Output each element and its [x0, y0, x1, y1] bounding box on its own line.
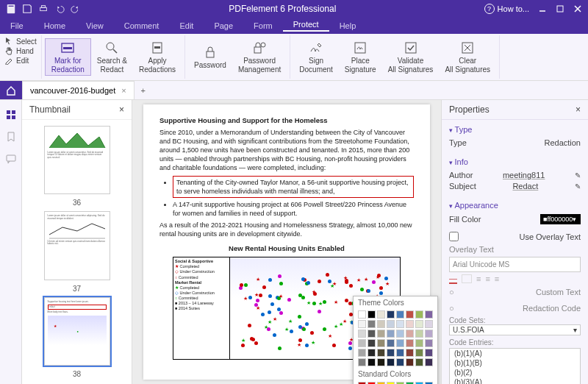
search-redact-button[interactable]: Search & Redact [91, 39, 133, 75]
print-icon[interactable] [38, 4, 49, 14]
color-swatch[interactable] [415, 358, 423, 366]
color-swatch[interactable] [358, 349, 366, 357]
color-swatch[interactable] [387, 330, 395, 338]
tool-edit[interactable]: Edit [4, 56, 37, 65]
tool-select[interactable]: Select [4, 37, 37, 46]
properties-close-icon[interactable]: × [576, 104, 581, 115]
color-swatch[interactable] [415, 349, 423, 357]
comment-icon[interactable] [5, 153, 17, 165]
color-swatch[interactable] [387, 310, 395, 319]
color-swatch[interactable] [377, 358, 385, 366]
color-swatch[interactable] [368, 330, 376, 338]
color-swatch[interactable] [415, 339, 423, 347]
color-swatch[interactable] [368, 349, 376, 357]
color-swatch[interactable] [415, 320, 423, 328]
code-sets-combo[interactable]: U.S.FOIA▾ [449, 324, 581, 335]
menu-page[interactable]: Page [204, 21, 243, 30]
fill-color-swatch[interactable]: ■ ff000000 ▾ [540, 214, 581, 224]
menu-view[interactable]: View [76, 21, 114, 30]
close-button[interactable] [570, 3, 585, 15]
color-swatch[interactable] [358, 320, 366, 328]
type-section-header[interactable]: Type [449, 123, 581, 136]
color-swatch[interactable] [425, 310, 433, 319]
sign-document-button[interactable]: Sign Document [293, 39, 339, 75]
color-swatch[interactable] [387, 320, 395, 328]
color-swatch[interactable] [415, 310, 423, 319]
document-tab[interactable]: vancouver-2016-budget × [22, 81, 135, 99]
color-swatch[interactable] [406, 320, 414, 328]
color-swatch[interactable] [387, 339, 395, 347]
code-entry[interactable]: (b)(1)(B) [450, 358, 580, 368]
password-management-button[interactable]: Password Management [232, 39, 287, 75]
thumbnail-page[interactable]: Lorem ipsum dolor sit amet consectetur a… [44, 211, 110, 280]
minimize-button[interactable] [535, 3, 550, 15]
undo-icon[interactable] [54, 4, 65, 14]
color-swatch[interactable] [358, 310, 366, 319]
color-swatch[interactable] [406, 349, 414, 357]
code-entry[interactable]: (b)(2) [450, 368, 580, 377]
color-swatch[interactable] [368, 358, 376, 366]
how-to-link[interactable]: How to... [484, 4, 535, 14]
code-entry[interactable]: (b)(1)(A) [450, 349, 580, 358]
author-field[interactable]: meeting811 [503, 171, 545, 179]
mark-for-redaction-button[interactable]: Mark for Redaction [45, 38, 91, 76]
color-swatch[interactable] [396, 339, 404, 347]
code-entries-list[interactable]: (b)(1)(A) (b)(1)(B) (b)(2) (b)(3)(A) [449, 348, 581, 384]
color-swatch[interactable] [368, 320, 376, 328]
color-swatch[interactable] [396, 330, 404, 338]
use-overlay-text-checkbox[interactable] [449, 232, 459, 241]
color-swatch[interactable] [425, 320, 433, 328]
menu-edit[interactable]: Edit [169, 21, 204, 30]
thumbnails-icon[interactable] [5, 109, 17, 121]
home-tab-button[interactable] [0, 81, 22, 99]
color-swatch[interactable] [377, 349, 385, 357]
menu-form[interactable]: Form [243, 21, 283, 30]
color-swatch[interactable] [415, 330, 423, 338]
color-swatch[interactable] [406, 339, 414, 347]
thumbnail-panel-close-icon[interactable]: × [119, 104, 124, 115]
thumbnail-page[interactable]: Supportive housing text here lorem ipsum… [44, 297, 110, 366]
color-swatch[interactable] [425, 330, 433, 338]
thumbnail-page[interactable]: Lorem ipsum dolor sit amet consectetur. … [44, 126, 110, 194]
maximize-button[interactable] [553, 3, 567, 15]
color-swatch[interactable] [425, 349, 433, 357]
menu-protect[interactable]: Protect [283, 20, 329, 32]
menu-file[interactable]: File [0, 21, 34, 30]
color-swatch[interactable] [377, 310, 385, 319]
menu-home[interactable]: Home [34, 21, 76, 30]
page-viewport[interactable]: Supportive Housing and Support for the H… [132, 100, 441, 384]
redo-icon[interactable] [71, 4, 81, 14]
color-swatch[interactable] [425, 358, 433, 366]
color-swatch[interactable] [368, 339, 376, 347]
subject-field[interactable]: Redact [512, 182, 538, 191]
validate-all-signatures-button[interactable]: Validate All Signatures [382, 39, 440, 75]
color-swatch[interactable] [358, 330, 366, 338]
color-swatch[interactable] [377, 320, 385, 328]
color-swatch[interactable] [396, 358, 404, 366]
color-swatch[interactable] [387, 358, 395, 366]
apply-redactions-button[interactable]: Apply Redactions [133, 39, 182, 75]
close-tab-icon[interactable]: × [121, 86, 126, 95]
color-swatch[interactable] [377, 339, 385, 347]
menu-comment[interactable]: Comment [114, 21, 170, 30]
color-swatch[interactable] [406, 310, 414, 319]
bookmark-icon[interactable] [5, 131, 17, 143]
color-swatch[interactable] [406, 358, 414, 366]
appearance-section-header[interactable]: Appearance [449, 199, 581, 212]
password-button[interactable]: Password [188, 43, 232, 71]
new-tab-button[interactable]: + [135, 81, 152, 99]
color-swatch[interactable] [377, 330, 385, 338]
code-entry[interactable]: (b)(3)(A) [450, 377, 580, 384]
color-swatch[interactable] [387, 349, 395, 357]
menu-help[interactable]: Help [329, 21, 367, 30]
redaction-marked-text[interactable]: Tenanting of the City-owned Taylor Manor… [173, 176, 414, 198]
save-icon[interactable] [22, 4, 32, 14]
color-swatch[interactable] [406, 330, 414, 338]
color-swatch[interactable] [396, 320, 404, 328]
color-swatch[interactable] [425, 339, 433, 347]
tool-hand[interactable]: Hand [4, 46, 37, 55]
clear-all-signatures-button[interactable]: Clear All Signatures [439, 39, 496, 75]
color-swatch[interactable] [396, 349, 404, 357]
edit-icon[interactable]: ✎ [575, 182, 581, 191]
color-swatch[interactable] [358, 358, 366, 366]
